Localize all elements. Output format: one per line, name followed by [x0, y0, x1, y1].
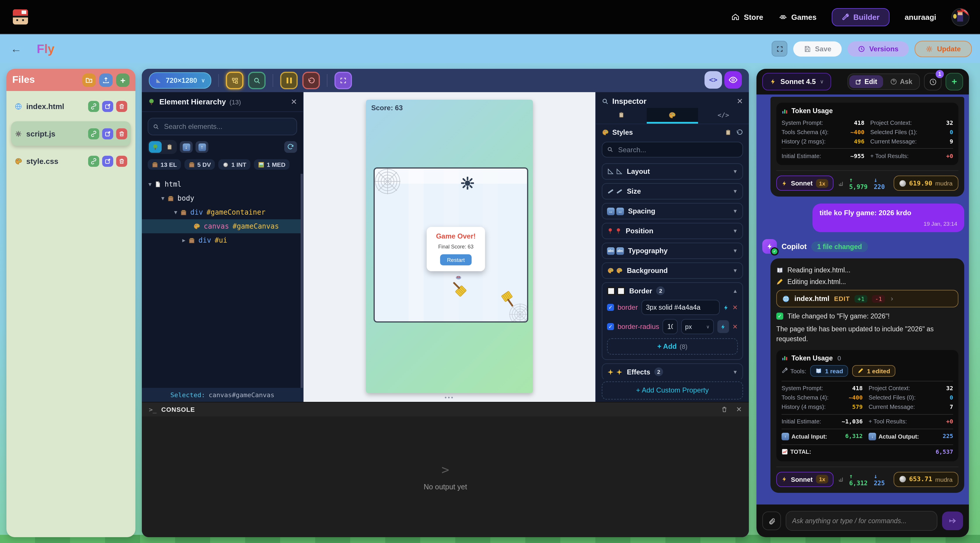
link-file-button[interactable] — [88, 101, 99, 112]
badge-media[interactable]: 1 MED — [254, 159, 290, 170]
nav-username[interactable]: anuraagi — [905, 13, 936, 21]
close-console-icon[interactable]: ✕ — [736, 405, 742, 413]
viewport-size-dropdown[interactable]: 720×1280 ∨ — [149, 72, 212, 89]
section-spacing[interactable]: ↔↔ Spacing▼ — [602, 203, 743, 219]
edit-file-button[interactable] — [102, 128, 113, 139]
preview-eye-toggle[interactable] — [724, 71, 742, 89]
border-radius-checkbox[interactable]: ✓ — [607, 323, 614, 330]
back-arrow-icon[interactable]: ← — [11, 42, 22, 55]
new-folder-button[interactable] — [82, 73, 96, 87]
section-border-header[interactable]: Border 2 ▲ — [602, 283, 743, 298]
fullscreen-button[interactable] — [772, 41, 788, 57]
resize-handle-dots[interactable]: ••• — [444, 394, 454, 401]
clear-console-icon[interactable] — [721, 406, 728, 413]
file-edit-chip[interactable]: index.html EDIT +1 -1 › — [776, 290, 958, 307]
add-border-property-button[interactable]: + Add(8) — [607, 338, 738, 355]
tree-view-button[interactable] — [149, 141, 162, 153]
radius-options-button[interactable] — [718, 320, 729, 333]
versions-button[interactable]: Versions — [848, 41, 909, 56]
caret-down-icon[interactable]: ▼ — [172, 210, 179, 215]
quick-edit-icon[interactable] — [723, 304, 729, 311]
files-changed-pill[interactable]: 1 file changed — [811, 241, 868, 252]
border-value-input[interactable] — [641, 300, 719, 315]
game-canvas[interactable]: Score: 63 — [366, 100, 533, 393]
restart-button[interactable]: Restart — [440, 254, 472, 265]
tab-properties[interactable] — [596, 108, 647, 122]
delete-file-button[interactable] — [116, 101, 127, 112]
add-file-button[interactable]: + — [116, 73, 130, 87]
delete-file-button[interactable] — [116, 128, 127, 139]
caret-down-icon[interactable]: ▼ — [146, 181, 154, 187]
styles-search[interactable] — [602, 142, 743, 157]
nav-store[interactable]: Store — [732, 13, 763, 21]
copy-styles-icon[interactable] — [725, 129, 731, 136]
caret-down-icon[interactable]: ▼ — [159, 195, 166, 201]
pause-button[interactable] — [280, 72, 298, 89]
upload-button[interactable] — [99, 73, 113, 87]
collapse-all-button[interactable]: ↑ — [196, 141, 208, 153]
edit-file-button[interactable] — [102, 101, 113, 112]
tree-node-body[interactable]: ▼ body — [142, 191, 303, 205]
file-row-index-html[interactable]: index.html — [11, 96, 131, 117]
file-row-script-js[interactable]: script.js — [11, 121, 131, 146]
link-file-button[interactable] — [88, 128, 99, 139]
hierarchy-scrollbar[interactable] — [301, 174, 303, 388]
inspect-search-button[interactable] — [248, 72, 266, 89]
hierarchy-search-input[interactable] — [163, 122, 292, 131]
edit-file-button[interactable] — [102, 156, 113, 167]
hierarchy-search[interactable] — [148, 118, 297, 135]
tree-node-gamecanvas-selected[interactable]: canvas#gameCanvas — [142, 219, 303, 233]
badge-elements[interactable]: 13 EL — [148, 159, 181, 170]
caret-right-icon[interactable]: ▶ — [180, 237, 187, 243]
file-row-style-css[interactable]: style.css — [11, 151, 131, 171]
preview-fullscreen-button[interactable] — [335, 72, 352, 89]
reload-button[interactable] — [303, 72, 320, 89]
history-button[interactable]: 1 — [924, 73, 942, 90]
section-typography[interactable]: abcabc Typography▼ — [602, 243, 743, 259]
clipboard-view-button[interactable] — [163, 141, 176, 153]
app-logo[interactable] — [13, 10, 28, 24]
new-chat-button[interactable]: + — [945, 73, 963, 90]
expand-all-button[interactable]: ↓ — [180, 141, 192, 153]
hierarchy-close-icon[interactable]: ✕ — [291, 97, 297, 106]
section-effects[interactable]: Effects 2 ▼ — [602, 364, 743, 379]
inspector-close-icon[interactable]: ✕ — [737, 97, 743, 106]
save-button[interactable]: Save — [794, 41, 842, 56]
badge-interactive[interactable]: 1 INT — [219, 159, 250, 170]
copilot-chat-panel: Sonnet 4.5 ∨ Edit Ask 1 — [756, 69, 969, 537]
chat-message-input[interactable] — [786, 511, 937, 531]
tree-node-ui[interactable]: ▶ div#ui — [142, 233, 303, 247]
badge-divs[interactable]: 5 DV — [185, 159, 215, 170]
remove-property-icon[interactable]: ✕ — [732, 323, 738, 330]
chat-messages-area: Token Usage System Prompt:418 Project Co… — [756, 94, 969, 505]
reset-styles-icon[interactable] — [736, 129, 743, 136]
user-avatar[interactable]: PRO — [951, 8, 969, 26]
code-view-toggle[interactable]: <> — [705, 71, 722, 89]
styles-search-input[interactable] — [617, 145, 738, 154]
add-custom-property-button[interactable]: + Add Custom Property — [602, 381, 743, 400]
update-button[interactable]: Update — [915, 41, 972, 57]
ask-mode-button[interactable]: Ask — [884, 75, 918, 88]
remove-property-icon[interactable]: ✕ — [732, 303, 738, 311]
section-position[interactable]: Position▼ — [602, 223, 743, 239]
section-background[interactable]: Background▼ — [602, 262, 743, 279]
tab-code[interactable]: </> — [698, 108, 749, 122]
link-file-button[interactable] — [88, 156, 99, 167]
edit-mode-button[interactable]: Edit — [849, 75, 883, 88]
model-dropdown[interactable]: Sonnet 4.5 ∨ — [762, 73, 832, 90]
border-checkbox[interactable]: ✓ — [607, 304, 614, 311]
refresh-tree-button[interactable] — [284, 141, 297, 153]
section-layout[interactable]: Layout▼ — [602, 163, 743, 179]
border-radius-value-input[interactable] — [663, 319, 678, 334]
section-size[interactable]: Size▼ — [602, 183, 743, 200]
hierarchy-toggle-button[interactable] — [226, 72, 244, 89]
delete-file-button[interactable] — [116, 156, 127, 167]
nav-games[interactable]: Games — [778, 13, 816, 21]
tab-styles[interactable] — [647, 108, 698, 124]
attach-button[interactable] — [762, 511, 781, 530]
tree-node-gamecontainer[interactable]: ▼ div#gameContainer — [142, 205, 303, 219]
tree-node-html[interactable]: ▼ html — [142, 177, 303, 191]
unit-select[interactable]: px∨ — [681, 319, 714, 334]
nav-builder[interactable]: Builder — [832, 8, 889, 26]
send-button[interactable] — [942, 511, 963, 530]
